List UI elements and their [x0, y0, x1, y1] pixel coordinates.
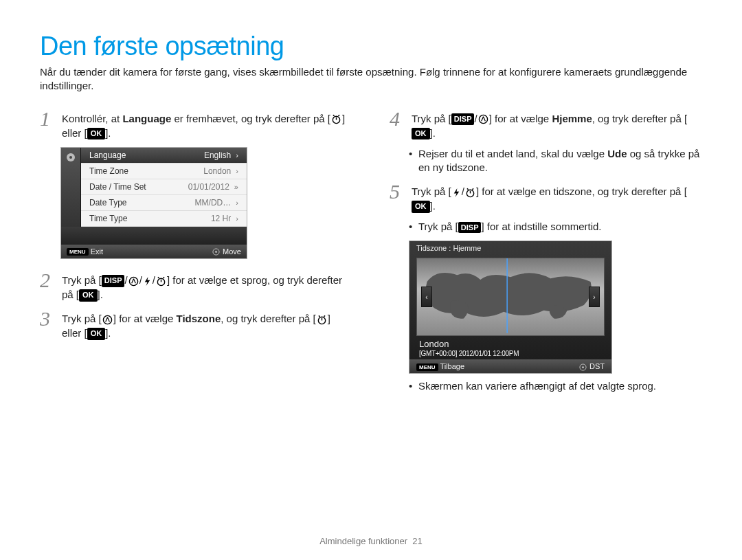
menu-row: Time ZoneLondon › [81, 164, 247, 179]
step-4-note: Rejser du til et andet land, skal du væl… [409, 147, 702, 175]
map-location: London [419, 339, 602, 349]
intro-paragraph: Når du tænder dit kamera for første gang… [40, 65, 702, 93]
menu-rows: LanguageEnglish ›Time ZoneLondon ›Date /… [81, 148, 247, 227]
menu-row: LanguageEnglish › [81, 148, 247, 164]
menu-button-icon: MENU [416, 363, 438, 371]
menu-row: Date TypeMM/DD… › [81, 195, 247, 211]
step-number: 4 [390, 109, 403, 140]
menu-row: Time Type12 Hr › [81, 211, 247, 227]
step-1: 1 Kontrollér, at Language er fremhævet, … [40, 109, 352, 140]
ok-icon: OK [412, 201, 430, 212]
self-timer-icon [317, 315, 327, 325]
step-number: 1 [40, 109, 54, 140]
step-number: 3 [40, 309, 54, 340]
disp-icon: DISP [458, 222, 482, 234]
world-map: ‹ › [416, 258, 605, 336]
self-timer-icon [331, 114, 341, 124]
ok-icon: OK [79, 289, 98, 301]
disp-icon: DISP [102, 275, 125, 287]
right-column: 4 Tryk på [DISP/] for at vælge Hjemme, o… [390, 109, 702, 401]
manual-page: Den første opsætning Når du tænder dit k… [0, 0, 742, 560]
menu-gap [61, 227, 247, 245]
dst-icon [579, 363, 587, 371]
macro-icon [478, 114, 488, 124]
step-5: 5 Tryk på [/] for at vælge en tidszone, … [390, 181, 702, 213]
timezone-map-screenshot: Tidszone : Hjemme ‹ › London [GMT+00:00]… [409, 240, 612, 374]
svg-point-5 [129, 277, 137, 285]
map-right-arrow: › [589, 287, 600, 307]
flash-icon [452, 188, 461, 198]
menu-button-icon: MENU [67, 248, 89, 256]
map-title: Tidszone : Hjemme [409, 241, 611, 255]
step-body: Tryk på [] for at vælge Tidszone, og try… [62, 309, 352, 340]
svg-point-9 [479, 115, 487, 123]
language-bold: Language [122, 113, 171, 124]
left-column: 1 Kontrollér, at Language er fremhævet, … [40, 109, 352, 401]
svg-point-7 [103, 315, 111, 324]
map-left-arrow: ‹ [421, 287, 432, 307]
step-body: Kontrollér, at Language er fremhævet, og… [62, 109, 352, 140]
tidszone-bold: Tidszone [177, 313, 221, 324]
ok-icon: OK [87, 328, 106, 339]
self-timer-icon [465, 188, 475, 198]
flash-icon [143, 276, 152, 287]
hjemme-bold: Hjemme [552, 113, 592, 124]
step-2: 2 Tryk på [DISP///] for at vælge et spro… [40, 270, 352, 302]
menu-footer: MENU Exit Move [61, 245, 247, 259]
two-columns: 1 Kontrollér, at Language er fremhævet, … [40, 109, 702, 401]
gear-icon [65, 152, 76, 163]
step-number: 2 [40, 270, 54, 302]
self-timer-icon [156, 276, 166, 287]
world-silhouette [417, 258, 604, 333]
step-body: Tryk på [DISP/] for at vælge Hjemme, og … [412, 109, 702, 140]
menu-sidebar [61, 148, 81, 227]
move-icon [212, 248, 220, 256]
page-footer: Almindelige funktioner 21 [0, 536, 742, 546]
macro-icon [128, 276, 139, 287]
svg-point-13 [582, 366, 584, 368]
map-subline: [GMT+00:00] 2012/01/01 12:00PM [419, 350, 602, 357]
settings-menu-screenshot: LanguageEnglish ›Time ZoneLondon ›Date /… [60, 147, 247, 260]
step-4: 4 Tryk på [DISP/] for at vælge Hjemme, o… [390, 109, 702, 140]
step-3: 3 Tryk på [] for at vælge Tidszone, og t… [40, 309, 352, 340]
macro-icon [102, 315, 113, 325]
ok-icon: OK [87, 128, 106, 139]
svg-point-4 [215, 251, 217, 253]
map-footer: MENU Tilbage DST [409, 359, 611, 373]
ok-icon: OK [412, 128, 430, 139]
step-number: 5 [390, 181, 403, 213]
step-body: Tryk på [DISP///] for at vælge et sprog,… [62, 270, 352, 302]
step-body: Tryk på [/] for at vælge en tidszone, og… [412, 181, 702, 213]
menu-row: Date / Time Set01/01/2012 » [81, 179, 247, 195]
svg-point-2 [69, 156, 72, 159]
final-note: Skærmen kan variere afhængigt af det val… [409, 379, 702, 393]
step-5-note: Tryk på [DISP] for at indstille sommerti… [409, 220, 702, 234]
page-title: Den første opsætning [40, 32, 702, 61]
disp-icon: DISP [451, 113, 475, 125]
